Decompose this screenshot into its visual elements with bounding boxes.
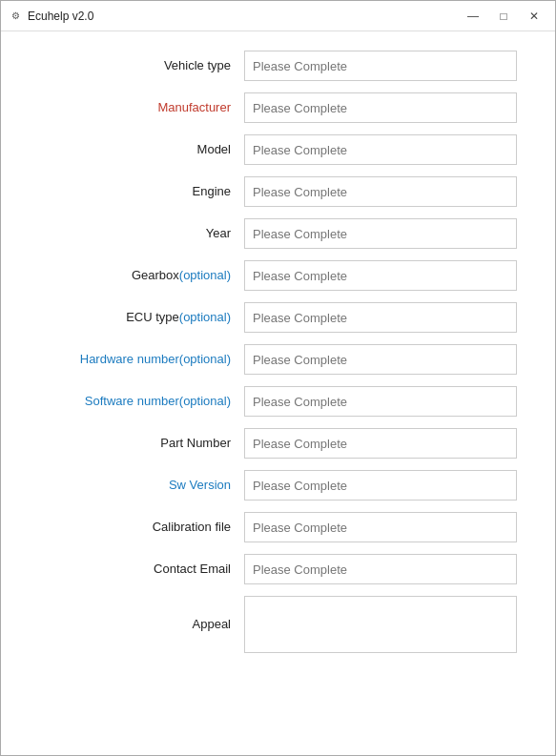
- input-model[interactable]: [244, 134, 517, 165]
- field-row-engine: Engine: [20, 176, 517, 207]
- app-title: Ecuhelp v2.0: [28, 10, 93, 23]
- form-content: Vehicle type Manufacturer Model Engine Y…: [1, 31, 555, 755]
- input-hardware-number[interactable]: [244, 344, 517, 375]
- input-calibration-file[interactable]: [244, 512, 517, 542]
- label-model: Model: [20, 141, 244, 158]
- input-sw-version[interactable]: [244, 470, 517, 501]
- label-contact-email: Contact Email: [20, 561, 244, 578]
- label-hardware-number: Hardware number(optional): [20, 351, 244, 368]
- optional-ecu-type: (optional): [179, 310, 231, 324]
- optional-software: (optional): [179, 394, 231, 408]
- label-appeal: Appeal: [20, 616, 244, 633]
- label-manufacturer: Manufacturer: [20, 99, 244, 116]
- field-row-calibration-file: Calibration file: [20, 512, 517, 542]
- field-row-contact-email: Contact Email: [20, 554, 517, 584]
- input-appeal[interactable]: [244, 596, 517, 653]
- label-calibration-file: Calibration file: [20, 519, 244, 536]
- label-ecu-type: ECU type(optional): [20, 309, 244, 326]
- field-row-software-number: Software number(optional): [20, 386, 517, 417]
- input-part-number[interactable]: [244, 428, 517, 459]
- label-part-number: Part Number: [20, 435, 244, 452]
- label-vehicle-type: Vehicle type: [20, 57, 244, 74]
- field-row-vehicle-type: Vehicle type: [20, 51, 517, 81]
- input-software-number[interactable]: [244, 386, 517, 417]
- input-manufacturer[interactable]: [244, 92, 517, 123]
- optional-hardware: (optional): [179, 352, 231, 366]
- field-row-manufacturer: Manufacturer: [20, 92, 517, 123]
- field-row-gearbox: Gearbox(optional): [20, 260, 517, 291]
- field-row-part-number: Part Number: [20, 428, 517, 459]
- title-bar-left: ⚙ Ecuhelp v2.0: [9, 10, 93, 23]
- title-bar-controls: — □ ✕: [460, 7, 547, 26]
- field-row-hardware-number: Hardware number(optional): [20, 344, 517, 375]
- input-vehicle-type[interactable]: [244, 51, 517, 81]
- label-gearbox: Gearbox(optional): [20, 267, 244, 284]
- label-sw-version: Sw Version: [20, 477, 244, 494]
- label-year: Year: [20, 225, 244, 242]
- main-window: ⚙ Ecuhelp v2.0 — □ ✕ Vehicle type Manufa…: [0, 0, 556, 756]
- input-engine[interactable]: [244, 176, 517, 207]
- close-button[interactable]: ✕: [521, 7, 547, 26]
- title-bar: ⚙ Ecuhelp v2.0 — □ ✕: [1, 1, 555, 31]
- maximize-button[interactable]: □: [490, 7, 517, 26]
- field-row-sw-version: Sw Version: [20, 470, 517, 501]
- field-row-year: Year: [20, 218, 517, 249]
- label-software-number: Software number(optional): [20, 393, 244, 410]
- field-row-appeal: Appeal: [20, 596, 517, 653]
- input-ecu-type[interactable]: [244, 302, 517, 333]
- label-engine: Engine: [20, 183, 244, 200]
- optional-gearbox: (optional): [179, 268, 231, 282]
- input-contact-email[interactable]: [244, 554, 517, 584]
- app-icon: ⚙: [9, 10, 22, 23]
- input-year[interactable]: [244, 218, 517, 249]
- field-row-model: Model: [20, 134, 517, 165]
- minimize-button[interactable]: —: [460, 7, 486, 26]
- input-gearbox[interactable]: [244, 260, 517, 291]
- field-row-ecu-type: ECU type(optional): [20, 302, 517, 333]
